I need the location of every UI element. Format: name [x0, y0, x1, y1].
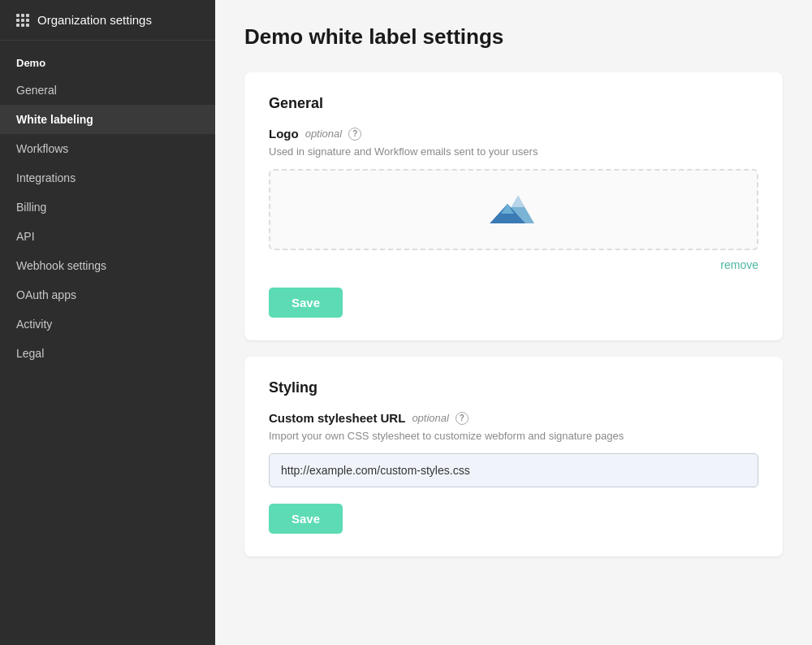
sidebar-header: Organization settings	[0, 0, 215, 41]
logo-description: Used in signature and Workflow emails se…	[269, 145, 758, 158]
sidebar-org-label: Demo	[0, 41, 215, 76]
css-url-label-row: Custom stylesheet URL optional ?	[269, 411, 758, 425]
logo-optional: optional	[305, 128, 343, 140]
css-url-help-icon[interactable]: ?	[456, 412, 469, 425]
sidebar-item-webhook-settings[interactable]: Webhook settings	[0, 251, 215, 280]
sidebar-item-white-labeling[interactable]: White labeling	[0, 105, 215, 134]
sidebar-item-legal[interactable]: Legal	[0, 339, 215, 368]
sidebar-item-billing[interactable]: Billing	[0, 193, 215, 222]
mountain-icon	[490, 189, 538, 230]
styling-section-title: Styling	[269, 379, 758, 396]
sidebar: Organization settings Demo General White…	[0, 0, 215, 645]
logo-label-row: Logo optional ?	[269, 127, 758, 141]
general-save-button[interactable]: Save	[269, 288, 343, 318]
sidebar-header-title: Organization settings	[37, 13, 152, 27]
logo-help-icon[interactable]: ?	[348, 128, 361, 141]
sidebar-item-workflows[interactable]: Workflows	[0, 134, 215, 163]
css-url-description: Import your own CSS stylesheet to custom…	[269, 430, 758, 442]
main-content: Demo white label settings General Logo o…	[215, 0, 812, 645]
svg-marker-1	[512, 196, 525, 207]
css-url-optional: optional	[412, 412, 449, 424]
styling-save-button[interactable]: Save	[269, 504, 343, 534]
logo-upload-area[interactable]	[269, 169, 758, 250]
general-section-title: General	[269, 95, 758, 112]
css-url-input[interactable]	[269, 453, 758, 487]
logo-label: Logo	[269, 127, 299, 141]
sidebar-nav: General White labeling Workflows Integra…	[0, 76, 215, 368]
general-card: General Logo optional ? Used in signatur…	[244, 72, 783, 340]
styling-card: Styling Custom stylesheet URL optional ?…	[244, 357, 783, 556]
sidebar-item-activity[interactable]: Activity	[0, 310, 215, 339]
page-title: Demo white label settings	[244, 24, 783, 50]
sidebar-item-general[interactable]: General	[0, 76, 215, 105]
sidebar-item-api[interactable]: API	[0, 222, 215, 251]
sidebar-item-integrations[interactable]: Integrations	[0, 163, 215, 193]
remove-logo-link[interactable]: remove	[269, 258, 758, 271]
sidebar-item-oauth-apps[interactable]: OAuth apps	[0, 280, 215, 310]
css-url-label: Custom stylesheet URL	[269, 411, 405, 425]
grid-icon	[16, 14, 29, 27]
